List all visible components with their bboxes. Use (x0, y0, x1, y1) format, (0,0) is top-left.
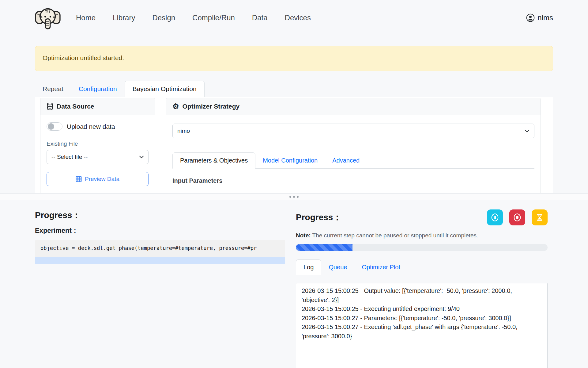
optimizer-strategy-card: ⚙ Optimizer Strategy nimo Parameters & O… (166, 98, 541, 193)
stop-circle-icon (513, 213, 522, 222)
progress-bar-track (296, 244, 548, 251)
tab-configuration[interactable]: Configuration (71, 81, 125, 97)
upload-toggle-label: Upload new data (67, 123, 115, 130)
user-avatar-icon (526, 13, 535, 22)
pause-button[interactable] (487, 209, 503, 225)
progress-fill (296, 244, 352, 251)
data-source-body: Upload new data Existing File -- Select … (40, 115, 155, 193)
tab-log[interactable]: Log (296, 259, 321, 275)
optimizer-tab-bar: Parameters & Objectives Model Configurat… (172, 152, 534, 169)
nav-item-home[interactable]: Home (76, 13, 96, 22)
chevron-down-icon (524, 129, 530, 133)
run-note: Note:The current step cannot be paused o… (296, 232, 548, 239)
nav-item-library[interactable]: Library (113, 13, 135, 22)
notification-banner: Optimization untitled started. (35, 46, 553, 71)
chevron-down-icon (139, 155, 144, 159)
run-action-buttons (487, 209, 548, 225)
tab-bayesian-optimization[interactable]: Bayesian Optimization (125, 81, 205, 97)
hourglass-icon (536, 213, 544, 221)
experiment-heading: Experiment： (35, 226, 285, 235)
data-source-title: Data Source (57, 103, 94, 110)
main-tab-bar: Repeat Configuration Bayesian Optimizati… (35, 81, 553, 97)
optimizer-strategy-body: nimo Parameters & Objectives Model Confi… (166, 115, 541, 192)
note-text: The current step cannot be paused or sto… (312, 232, 478, 239)
note-label: Note: (296, 232, 311, 239)
tab-repeat[interactable]: Repeat (35, 81, 71, 97)
user-name: nims (537, 13, 553, 22)
nav-item-devices[interactable]: Devices (285, 13, 311, 22)
nav-links: Home Library Design Compile/Run Data Dev… (76, 13, 311, 22)
run-progress-heading: Progress： (296, 212, 341, 223)
tab-advanced[interactable]: Advanced (325, 153, 367, 168)
log-output[interactable]: 2026-03-15 15:00:25 - Output value: [{'t… (296, 283, 548, 368)
log-tab-bar: Log Queue Optimizer Plot (296, 259, 548, 275)
log-entry: 2026-03-15 15:00:27 - Executing 'sdl.get… (302, 323, 535, 341)
log-entry: 2026-03-15 15:00:27 - Parameters: [{'tem… (302, 314, 535, 323)
user-menu[interactable]: nims (526, 13, 553, 22)
file-select-value: -- Select file -- (51, 154, 88, 160)
wait-button[interactable] (532, 209, 548, 225)
experiment-panel: Progress： Experiment： objective = deck.s… (35, 209, 285, 368)
stop-button[interactable] (509, 209, 525, 225)
bayesian-optimization-pane: Data Source Upload new data Existing Fil… (35, 97, 553, 193)
panel-resizer-handle[interactable] (0, 193, 588, 200)
input-parameters-heading: Input Parameters (172, 177, 534, 184)
strategy-select-value: nimo (177, 128, 190, 134)
run-panel: Progress： (296, 209, 548, 368)
tab-optimizer-plot[interactable]: Optimizer Plot (354, 260, 408, 275)
toggle-switch[interactable] (47, 122, 62, 131)
experiment-progress-heading: Progress： (35, 209, 285, 221)
tab-queue[interactable]: Queue (321, 260, 354, 275)
log-entry: 2026-03-15 15:00:25 - Output value: [{'t… (302, 286, 535, 305)
preview-data-label: Preview Data (85, 176, 119, 182)
tab-parameters-objectives[interactable]: Parameters & Objectives (172, 152, 255, 169)
experiment-code: objective = deck.sdl.get_phase(temperatu… (35, 240, 285, 257)
optimizer-strategy-header: ⚙ Optimizer Strategy (166, 98, 541, 115)
bottom-section: Progress： Experiment： objective = deck.s… (0, 200, 588, 368)
data-source-header: Data Source (40, 98, 155, 115)
gear-icon: ⚙ (172, 103, 179, 110)
database-icon (47, 103, 53, 110)
upload-new-data-toggle[interactable]: Upload new data (47, 122, 149, 131)
nav-item-design[interactable]: Design (152, 13, 175, 22)
horizontal-scrollbar[interactable] (35, 257, 285, 264)
pause-circle-icon (490, 213, 499, 222)
preview-data-button[interactable]: Preview Data (47, 172, 149, 186)
optimizer-strategy-title: Optimizer Strategy (183, 103, 240, 110)
elephant-logo-icon[interactable] (35, 6, 61, 30)
data-source-card: Data Source Upload new data Existing Fil… (40, 98, 155, 193)
nav-item-compile-run[interactable]: Compile/Run (192, 13, 235, 22)
strategy-select[interactable]: nimo (172, 124, 534, 138)
log-entry: 2026-03-15 15:00:25 - Executing untitled… (302, 305, 535, 314)
table-grid-icon (76, 176, 82, 182)
existing-file-label: Existing File (47, 140, 149, 147)
tab-model-configuration[interactable]: Model Configuration (255, 153, 325, 168)
alert-message: Optimization untitled started. (43, 54, 124, 61)
top-navbar: Home Library Design Compile/Run Data Dev… (0, 0, 588, 36)
nav-item-data[interactable]: Data (252, 13, 268, 22)
file-select[interactable]: -- Select file -- (47, 150, 149, 164)
